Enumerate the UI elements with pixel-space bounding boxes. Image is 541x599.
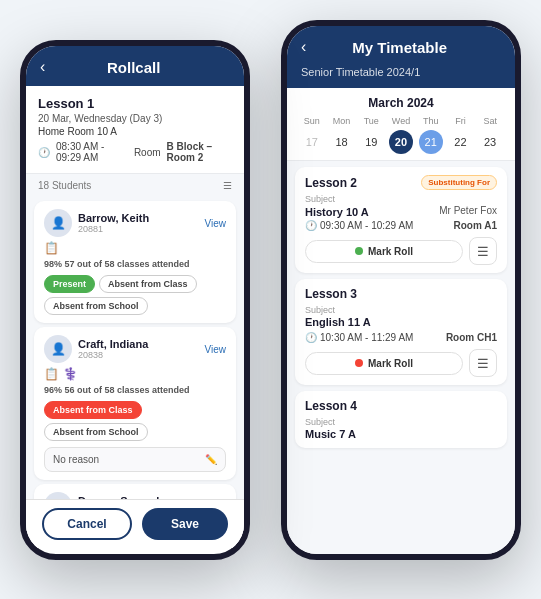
clock-icon-2: 🕐 <box>305 220 317 231</box>
mark-roll-row-2: Mark Roll ☰ <box>305 237 497 265</box>
mark-roll-button-3[interactable]: Mark Roll <box>305 352 463 375</box>
medical-icon-2: ⚕️ <box>63 367 78 381</box>
student-icons-1: 📋 <box>44 241 226 255</box>
students-count-label: 18 Students <box>38 180 91 191</box>
attendance-pct-2: 96% 56 out of 58 classes attended <box>44 385 226 395</box>
lesson-time: 08:30 AM - 09:29 AM <box>56 141 128 163</box>
timetable-title: My Timetable <box>314 39 485 56</box>
student-id-1: 20881 <box>78 224 149 234</box>
list-icon[interactable]: ☰ <box>223 180 232 191</box>
mark-roll-label-2: Mark Roll <box>368 246 413 257</box>
lesson-card-2: Lesson 2 Substituting For Subject Histor… <box>295 167 507 273</box>
notes-icon-2: 📋 <box>44 367 59 381</box>
lesson-date: 20 Mar, Wednesday (Day 3) <box>38 113 232 124</box>
attendance-pct-1: 98% 57 out of 58 classes attended <box>44 259 226 269</box>
lesson-title: Lesson 1 <box>38 96 232 111</box>
student-id-2: 20838 <box>78 350 148 360</box>
roll-dot-2 <box>355 247 363 255</box>
avatar-2: 👤 <box>44 335 72 363</box>
rollcall-body: Lesson 1 20 Mar, Wednesday (Day 3) Home … <box>26 86 244 548</box>
subject-label-3: Subject <box>305 305 497 315</box>
avatar-1: 👤 <box>44 209 72 237</box>
dow-tue: Tue <box>356 116 386 126</box>
btn-absent-class-2[interactable]: Absent from Class <box>44 401 142 419</box>
cal-day-23[interactable]: 23 <box>478 130 502 154</box>
rollcall-title: Rollcall <box>53 59 214 76</box>
timetable-subheader: Senior Timetable 2024/1 <box>287 66 515 88</box>
btn-absent-school-2[interactable]: Absent from School <box>44 423 148 441</box>
calendar-section: March 2024 Sun Mon Tue Wed Thu Fri Sat 1… <box>287 88 515 161</box>
lesson-card-header-3: Lesson 3 <box>305 287 497 301</box>
lesson-card-title-2: Lesson 2 <box>305 176 357 190</box>
lesson-teacher-2: Mr Peter Fox <box>439 205 497 216</box>
student-top-1: 👤 Barrow, Keith 20881 View <box>44 209 226 237</box>
calendar-month: March 2024 <box>297 96 505 110</box>
rollcall-header: ‹ Rollcall <box>26 46 244 86</box>
subject-label-2: Subject <box>305 194 497 204</box>
btn-absent-class-1[interactable]: Absent from Class <box>99 275 197 293</box>
dow-sat: Sat <box>475 116 505 126</box>
lesson-time-2: 🕐 09:30 AM - 10:29 AM <box>305 220 413 231</box>
dow-thu: Thu <box>416 116 446 126</box>
cal-day-18[interactable]: 18 <box>330 130 354 154</box>
cal-day-17[interactable]: 17 <box>300 130 324 154</box>
lesson-room-label: Room <box>134 147 161 158</box>
subject-label-4: Subject <box>305 417 497 427</box>
timetable-body: March 2024 Sun Mon Tue Wed Thu Fri Sat 1… <box>287 88 515 560</box>
timetable-header: ‹ My Timetable <box>287 26 515 66</box>
menu-button-3[interactable]: ☰ <box>469 349 497 377</box>
lesson-time-room: 🕐 08:30 AM - 09:29 AM Room B Block – Roo… <box>38 141 232 163</box>
student-card-1: 👤 Barrow, Keith 20881 View 📋 98% 57 out … <box>34 201 236 323</box>
lesson-card-3: Lesson 3 Subject English 11 A 🕐 10:30 AM… <box>295 279 507 385</box>
back-button[interactable]: ‹ <box>40 58 45 76</box>
dow-sun: Sun <box>297 116 327 126</box>
lesson-time-row-3: 🕐 10:30 AM - 11:29 AM Room CH1 <box>305 332 497 343</box>
lesson-room-3: Room CH1 <box>446 332 497 343</box>
student-info-1: 👤 Barrow, Keith 20881 <box>44 209 149 237</box>
subject-name-4: Music 7 A <box>305 428 356 440</box>
lesson-card-title-4: Lesson 4 <box>305 399 357 413</box>
subject-name-2: History 10 A <box>305 206 369 218</box>
rollcall-phone: ‹ Rollcall Lesson 1 20 Mar, Wednesday (D… <box>20 40 250 560</box>
btn-absent-school-1[interactable]: Absent from School <box>44 297 148 315</box>
student-icons-2: 📋 ⚕️ <box>44 367 226 381</box>
roll-dot-3 <box>355 359 363 367</box>
status-buttons-1: Present Absent from Class Absent from Sc… <box>44 275 226 315</box>
student-name-2: Craft, Indiana <box>78 338 148 350</box>
view-link-2[interactable]: View <box>205 344 227 355</box>
substituting-badge: Substituting For <box>421 175 497 190</box>
student-card-2: 👤 Craft, Indiana 20838 View 📋 ⚕️ 96% 56 … <box>34 327 236 480</box>
cal-day-21[interactable]: 21 <box>419 130 443 154</box>
lesson-room-2: Room A1 <box>453 220 497 231</box>
save-button[interactable]: Save <box>142 508 228 540</box>
cancel-button[interactable]: Cancel <box>42 508 132 540</box>
cal-day-22[interactable]: 22 <box>448 130 472 154</box>
edit-icon-2[interactable]: ✏️ <box>205 454 217 465</box>
calendar-days-header: Sun Mon Tue Wed Thu Fri Sat <box>297 116 505 126</box>
calendar-days: 17 18 19 20 21 22 23 <box>297 130 505 154</box>
dow-mon: Mon <box>327 116 357 126</box>
lesson-card-header-2: Lesson 2 Substituting For <box>305 175 497 190</box>
menu-button-2[interactable]: ☰ <box>469 237 497 265</box>
mark-roll-button-2[interactable]: Mark Roll <box>305 240 463 263</box>
student-info-2: 👤 Craft, Indiana 20838 <box>44 335 148 363</box>
lesson-time-row-2: 🕐 09:30 AM - 10:29 AM Room A1 <box>305 220 497 231</box>
lesson-info: Lesson 1 20 Mar, Wednesday (Day 3) Home … <box>26 86 244 174</box>
status-buttons-2: Absent from Class Absent from School <box>44 401 226 441</box>
lesson-room: B Block – Room 2 <box>167 141 232 163</box>
mark-roll-row-3: Mark Roll ☰ <box>305 349 497 377</box>
reason-box-2: No reason ✏️ <box>44 447 226 472</box>
mark-roll-label-3: Mark Roll <box>368 358 413 369</box>
lesson-card-title-3: Lesson 3 <box>305 287 357 301</box>
timetable-phone: ‹ My Timetable Senior Timetable 2024/1 M… <box>281 20 521 560</box>
rollcall-footer: Cancel Save <box>26 499 244 548</box>
reason-text-2: No reason <box>53 454 99 465</box>
cal-day-19[interactable]: 19 <box>359 130 383 154</box>
tt-back-button[interactable]: ‹ <box>301 38 306 56</box>
btn-present-1[interactable]: Present <box>44 275 95 293</box>
students-header: 18 Students ☰ <box>26 174 244 197</box>
notes-icon-1: 📋 <box>44 241 59 255</box>
student-top-2: 👤 Craft, Indiana 20838 View <box>44 335 226 363</box>
cal-day-20[interactable]: 20 <box>389 130 413 154</box>
view-link-1[interactable]: View <box>205 218 227 229</box>
